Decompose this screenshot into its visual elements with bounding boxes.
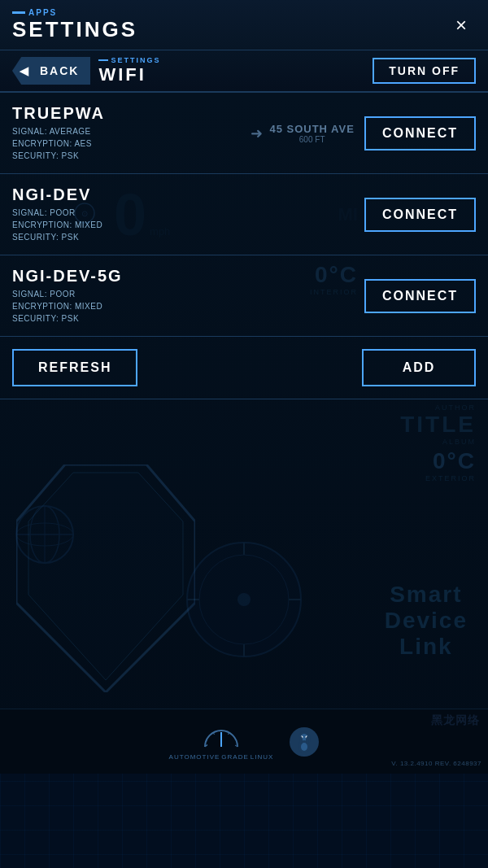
app-header: APPS SETTINGS × bbox=[0, 0, 488, 50]
odometer-overlay: MI bbox=[338, 204, 358, 225]
agl-logo: AUTOMOTIVE GRADE LINUX bbox=[169, 722, 274, 761]
wifi-network-ngi-dev-5g: NGI-DEV-5G SIGNAL: POOR ENCRYPTION: MIXE… bbox=[0, 255, 488, 337]
sdl-text: Smart Device Link bbox=[385, 582, 468, 660]
nav-street: 45 SOUTH AVE bbox=[269, 123, 354, 135]
wifi-signal-truepwa: SIGNAL: AVERAGE ENCRYPTION: AES SECURITY… bbox=[12, 125, 241, 162]
nav-bar: ◀ BACK SETTINGS WIFI TURN OFF bbox=[0, 50, 488, 93]
tech-circle bbox=[179, 534, 309, 668]
exterior-temp-display: 0°C EXTERIOR bbox=[425, 448, 476, 482]
nav-distance: 600 FT bbox=[269, 135, 354, 144]
wifi-name-truepwa: TRUEPWA bbox=[12, 104, 241, 123]
back-arrow-icon: ◀ bbox=[12, 57, 35, 85]
nav-settings-label: SETTINGS bbox=[98, 56, 160, 64]
wifi-info-ngi-dev: NGI-DEV SIGNAL: POOR ENCRYPTION: MIXED S… bbox=[12, 185, 364, 243]
nav-location: 45 SOUTH AVE 600 FT bbox=[269, 123, 354, 144]
header-title-group: APPS SETTINGS bbox=[12, 8, 137, 42]
svg-point-15 bbox=[187, 543, 301, 656]
agl-label: AUTOMOTIVE GRADE LINUX bbox=[169, 753, 274, 761]
tux-icon bbox=[290, 727, 319, 757]
action-row: REFRESH ADD bbox=[0, 337, 488, 399]
connect-button-truepwa[interactable]: CONNECT bbox=[364, 116, 476, 150]
close-button[interactable]: × bbox=[447, 11, 476, 40]
wifi-details-ngi-dev: SIGNAL: POOR ENCRYPTION: MIXED SECURITY:… bbox=[12, 207, 364, 243]
svg-point-35 bbox=[306, 736, 309, 744]
nav-wifi-title: WIFI bbox=[98, 64, 160, 85]
speedo-icon: ⊙ bbox=[73, 202, 96, 228]
svg-point-34 bbox=[299, 736, 303, 744]
turn-off-button[interactable]: TURN OFF bbox=[373, 58, 476, 84]
footer: AUTOMOTIVE GRADE LINUX bbox=[0, 709, 488, 774]
back-nav[interactable]: ◀ BACK SETTINGS WIFI bbox=[12, 56, 160, 85]
bottom-section: 0°C EXTERIOR AUTHOR TITLE ALBUM bbox=[0, 399, 488, 774]
connect-button-ngi-dev[interactable]: CONNECT bbox=[364, 198, 476, 232]
agl-gauge-icon bbox=[201, 722, 242, 751]
wifi-info-truepwa: TRUEPWA SIGNAL: AVERAGE ENCRYPTION: AES … bbox=[12, 104, 241, 162]
nav-direction-info: ➜ 45 SOUTH AVE 600 FT bbox=[251, 123, 354, 144]
nav-title-group: SETTINGS WIFI bbox=[98, 56, 160, 85]
apps-label: APPS bbox=[12, 8, 137, 17]
wifi-details-ngi-dev-5g: SIGNAL: POOR ENCRYPTION: MIXED SECURITY:… bbox=[12, 288, 364, 325]
globe-icon bbox=[12, 502, 77, 570]
music-info-display: AUTHOR TITLE ALBUM bbox=[400, 403, 476, 446]
page-title: SETTINGS bbox=[12, 17, 137, 42]
add-button[interactable]: ADD bbox=[362, 349, 476, 386]
wifi-name-ngi-dev-5g: NGI-DEV-5G bbox=[12, 267, 364, 286]
back-button[interactable]: BACK bbox=[35, 57, 90, 85]
version-text: V. 13.2.4910 REV. 6248937 bbox=[391, 760, 481, 767]
svg-point-16 bbox=[199, 555, 289, 644]
wifi-network-truepwa: TRUEPWA SIGNAL: AVERAGE ENCRYPTION: AES … bbox=[0, 93, 488, 174]
wifi-network-ngi-dev: NGI-DEV SIGNAL: POOR ENCRYPTION: MIXED S… bbox=[0, 174, 488, 255]
main-content: TRUEPWA SIGNAL: AVERAGE ENCRYPTION: AES … bbox=[0, 93, 488, 774]
connect-button-ngi-dev-5g[interactable]: CONNECT bbox=[364, 279, 476, 313]
refresh-button[interactable]: REFRESH bbox=[12, 349, 137, 386]
wifi-name-ngi-dev: NGI-DEV bbox=[12, 185, 364, 204]
brand-watermark: 黑龙网络 bbox=[431, 713, 480, 728]
svg-text:⊙: ⊙ bbox=[81, 209, 88, 218]
svg-point-17 bbox=[237, 593, 251, 606]
svg-point-33 bbox=[301, 743, 307, 751]
wifi-info-ngi-dev-5g: NGI-DEV-5G SIGNAL: POOR ENCRYPTION: MIXE… bbox=[12, 267, 364, 325]
turn-right-icon: ➜ bbox=[251, 124, 263, 142]
